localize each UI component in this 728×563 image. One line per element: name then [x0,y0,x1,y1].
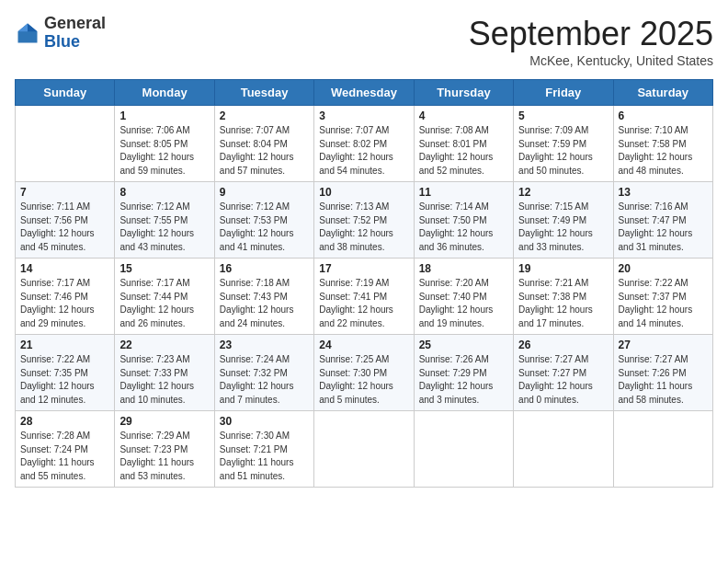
location: McKee, Kentucky, United States [469,53,713,68]
calendar-cell: 21Sunrise: 7:22 AMSunset: 7:35 PMDayligh… [16,335,115,411]
day-info: Sunrise: 7:16 AMSunset: 7:47 PMDaylight:… [619,201,708,254]
calendar-cell [613,411,712,488]
day-info: Sunrise: 7:30 AMSunset: 7:21 PMDaylight:… [220,430,309,483]
day-number: 18 [419,262,508,275]
calendar-cell: 27Sunrise: 7:27 AMSunset: 7:26 PMDayligh… [613,335,712,411]
calendar-week-row: 1Sunrise: 7:06 AMSunset: 8:05 PMDaylight… [16,106,713,182]
calendar-cell: 30Sunrise: 7:30 AMSunset: 7:21 PMDayligh… [214,411,313,488]
day-number: 15 [119,262,209,275]
day-number: 21 [20,339,109,351]
day-number: 19 [518,262,608,275]
svg-marker-1 [28,23,38,31]
day-number: 13 [619,186,708,199]
calendar-cell: 2Sunrise: 7:07 AMSunset: 8:04 PMDaylight… [214,106,313,182]
day-number: 3 [319,109,408,122]
day-info: Sunrise: 7:24 AMSunset: 7:32 PMDaylight:… [220,353,309,407]
calendar-cell: 6Sunrise: 7:10 AMSunset: 7:58 PMDaylight… [613,106,712,182]
day-number: 8 [119,186,209,199]
day-info: Sunrise: 7:08 AMSunset: 8:01 PMDaylight:… [419,124,508,178]
day-info: Sunrise: 7:29 AMSunset: 7:23 PMDaylight:… [119,430,209,483]
day-number: 12 [518,186,608,199]
day-info: Sunrise: 7:18 AMSunset: 7:43 PMDaylight:… [220,277,309,330]
calendar: SundayMondayTuesdayWednesdayThursdayFrid… [15,79,713,488]
day-number: 5 [518,109,608,122]
day-number: 7 [20,186,109,199]
day-info: Sunrise: 7:20 AMSunset: 7:40 PMDaylight:… [419,277,508,330]
weekday-header-row: SundayMondayTuesdayWednesdayThursdayFrid… [16,80,713,106]
calendar-cell: 12Sunrise: 7:15 AMSunset: 7:49 PMDayligh… [514,182,613,259]
calendar-cell: 5Sunrise: 7:09 AMSunset: 7:59 PMDaylight… [514,106,613,182]
weekday-header: Wednesday [314,80,414,106]
day-number: 27 [619,339,708,351]
day-number: 1 [119,109,209,122]
calendar-cell: 29Sunrise: 7:29 AMSunset: 7:23 PMDayligh… [115,411,214,488]
calendar-cell: 16Sunrise: 7:18 AMSunset: 7:43 PMDayligh… [214,259,313,335]
calendar-cell: 15Sunrise: 7:17 AMSunset: 7:44 PMDayligh… [115,259,214,335]
day-info: Sunrise: 7:11 AMSunset: 7:56 PMDaylight:… [20,201,109,254]
day-info: Sunrise: 7:07 AMSunset: 8:02 PMDaylight:… [319,124,408,178]
day-number: 26 [518,339,608,351]
day-info: Sunrise: 7:17 AMSunset: 7:44 PMDaylight:… [119,277,209,330]
day-info: Sunrise: 7:15 AMSunset: 7:49 PMDaylight:… [518,201,608,254]
calendar-cell: 11Sunrise: 7:14 AMSunset: 7:50 PMDayligh… [414,182,513,259]
calendar-cell: 19Sunrise: 7:21 AMSunset: 7:38 PMDayligh… [514,259,613,335]
calendar-cell: 8Sunrise: 7:12 AMSunset: 7:55 PMDaylight… [115,182,214,259]
calendar-cell [314,411,414,488]
day-info: Sunrise: 7:12 AMSunset: 7:53 PMDaylight:… [220,201,309,254]
day-info: Sunrise: 7:27 AMSunset: 7:26 PMDaylight:… [619,353,708,407]
day-info: Sunrise: 7:06 AMSunset: 8:05 PMDaylight:… [119,124,209,178]
day-info: Sunrise: 7:23 AMSunset: 7:33 PMDaylight:… [119,353,209,407]
logo-general: General [44,14,106,32]
calendar-cell: 18Sunrise: 7:20 AMSunset: 7:40 PMDayligh… [414,259,513,335]
day-number: 10 [319,186,408,199]
logo-blue: Blue [44,32,80,51]
day-number: 25 [419,339,508,351]
day-info: Sunrise: 7:09 AMSunset: 7:59 PMDaylight:… [518,124,608,178]
calendar-cell: 17Sunrise: 7:19 AMSunset: 7:41 PMDayligh… [314,259,414,335]
calendar-cell: 9Sunrise: 7:12 AMSunset: 7:53 PMDaylight… [214,182,313,259]
day-number: 24 [319,339,408,351]
weekday-header: Friday [514,80,613,106]
day-info: Sunrise: 7:27 AMSunset: 7:27 PMDaylight:… [518,353,608,407]
calendar-cell: 3Sunrise: 7:07 AMSunset: 8:02 PMDaylight… [314,106,414,182]
page-header: General Blue September 2025 McKee, Kentu… [15,15,713,68]
day-info: Sunrise: 7:19 AMSunset: 7:41 PMDaylight:… [319,277,408,330]
svg-marker-2 [18,23,28,31]
day-number: 4 [419,109,508,122]
day-number: 2 [220,109,309,122]
day-number: 14 [20,262,109,275]
calendar-cell: 7Sunrise: 7:11 AMSunset: 7:56 PMDaylight… [16,182,115,259]
logo-icon [15,20,40,46]
day-info: Sunrise: 7:13 AMSunset: 7:52 PMDaylight:… [319,201,408,254]
day-number: 17 [319,262,408,275]
calendar-week-row: 14Sunrise: 7:17 AMSunset: 7:46 PMDayligh… [16,259,713,335]
day-number: 9 [220,186,309,199]
calendar-week-row: 28Sunrise: 7:28 AMSunset: 7:24 PMDayligh… [16,411,713,488]
day-info: Sunrise: 7:26 AMSunset: 7:29 PMDaylight:… [419,353,508,407]
day-info: Sunrise: 7:22 AMSunset: 7:35 PMDaylight:… [20,353,109,407]
day-info: Sunrise: 7:25 AMSunset: 7:30 PMDaylight:… [319,353,408,407]
calendar-cell: 26Sunrise: 7:27 AMSunset: 7:27 PMDayligh… [514,335,613,411]
day-number: 20 [619,262,708,275]
day-info: Sunrise: 7:21 AMSunset: 7:38 PMDaylight:… [518,277,608,330]
day-number: 22 [119,339,209,351]
calendar-week-row: 7Sunrise: 7:11 AMSunset: 7:56 PMDaylight… [16,182,713,259]
month-title: September 2025 [469,15,713,53]
day-number: 30 [220,415,309,428]
weekday-header: Thursday [414,80,513,106]
weekday-header: Monday [115,80,214,106]
day-info: Sunrise: 7:22 AMSunset: 7:37 PMDaylight:… [619,277,708,330]
weekday-header: Tuesday [214,80,313,106]
calendar-cell: 14Sunrise: 7:17 AMSunset: 7:46 PMDayligh… [16,259,115,335]
day-info: Sunrise: 7:17 AMSunset: 7:46 PMDaylight:… [20,277,109,330]
calendar-cell: 25Sunrise: 7:26 AMSunset: 7:29 PMDayligh… [414,335,513,411]
day-info: Sunrise: 7:28 AMSunset: 7:24 PMDaylight:… [20,430,109,483]
day-info: Sunrise: 7:14 AMSunset: 7:50 PMDaylight:… [419,201,508,254]
calendar-cell: 28Sunrise: 7:28 AMSunset: 7:24 PMDayligh… [16,411,115,488]
title-block: September 2025 McKee, Kentucky, United S… [469,15,713,68]
weekday-header: Sunday [16,80,115,106]
calendar-cell [16,106,115,182]
calendar-cell: 24Sunrise: 7:25 AMSunset: 7:30 PMDayligh… [314,335,414,411]
day-number: 11 [419,186,508,199]
day-info: Sunrise: 7:12 AMSunset: 7:55 PMDaylight:… [119,201,209,254]
